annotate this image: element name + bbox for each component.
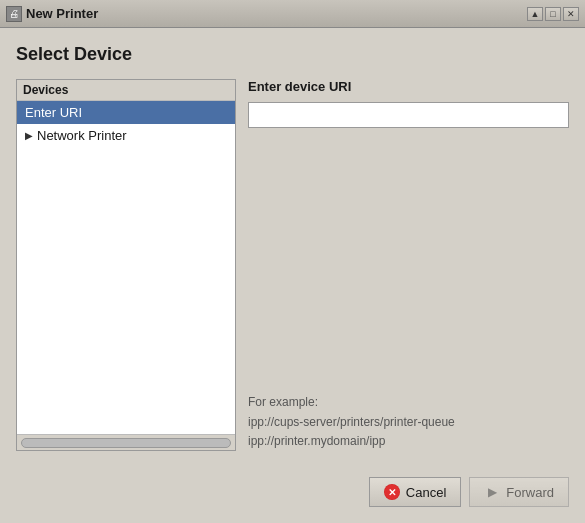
printer-icon: 🖨	[6, 6, 22, 22]
devices-group-label: Devices	[17, 80, 235, 101]
network-printer-label: Network Printer	[37, 128, 127, 143]
window-close-button[interactable]: ✕	[563, 7, 579, 21]
devices-list[interactable]: Enter URI ▶ Network Printer	[17, 101, 235, 434]
example-heading: For example:	[248, 395, 318, 409]
footer: ✕ Cancel ▶ Forward	[0, 467, 585, 523]
right-panel: Enter device URI For example: ipp://cups…	[248, 79, 569, 451]
example-line2: ipp://printer.mydomain/ipp	[248, 434, 385, 448]
forward-label: Forward	[506, 485, 554, 500]
scrollbar-track[interactable]	[21, 438, 231, 448]
page-title: Select Device	[16, 44, 569, 65]
list-item-network-printer[interactable]: ▶ Network Printer	[17, 124, 235, 147]
devices-list-container: Devices Enter URI ▶ Network Printer	[16, 79, 236, 451]
cancel-icon: ✕	[384, 484, 400, 500]
title-bar: 🖨 New Printer ▲ □ ✕	[0, 0, 585, 28]
dialog-content: Select Device Devices Enter URI ▶ Networ…	[0, 28, 585, 467]
scrollbar-area[interactable]	[17, 434, 235, 450]
cancel-label: Cancel	[406, 485, 446, 500]
window-up-button[interactable]: ▲	[527, 7, 543, 21]
forward-button[interactable]: ▶ Forward	[469, 477, 569, 507]
title-bar-left: 🖨 New Printer	[6, 6, 98, 22]
list-item-enter-uri[interactable]: Enter URI	[17, 101, 235, 124]
cancel-button[interactable]: ✕ Cancel	[369, 477, 461, 507]
expand-arrow-icon: ▶	[25, 130, 33, 141]
forward-icon: ▶	[484, 484, 500, 500]
left-panel: Devices Enter URI ▶ Network Printer	[16, 79, 236, 451]
example-text: For example: ipp://cups-server/printers/…	[248, 273, 569, 451]
window-maximize-button[interactable]: □	[545, 7, 561, 21]
window-title: New Printer	[26, 6, 98, 21]
uri-input[interactable]	[248, 102, 569, 128]
enter-uri-label: Enter URI	[25, 105, 82, 120]
example-line1: ipp://cups-server/printers/printer-queue	[248, 415, 455, 429]
title-bar-controls[interactable]: ▲ □ ✕	[527, 7, 579, 21]
main-area: Devices Enter URI ▶ Network Printer Ente…	[16, 79, 569, 451]
uri-label: Enter device URI	[248, 79, 569, 94]
